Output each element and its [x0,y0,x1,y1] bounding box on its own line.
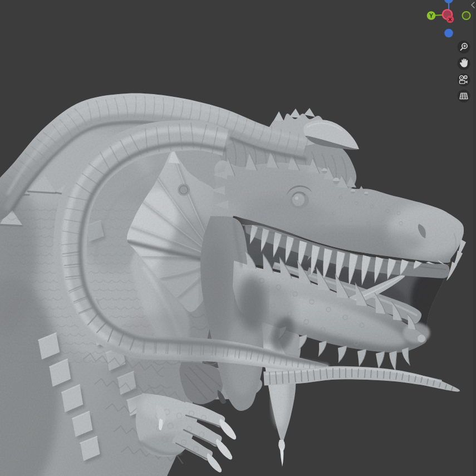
svg-text:Y: Y [429,12,433,19]
svg-text:X: X [448,16,452,22]
